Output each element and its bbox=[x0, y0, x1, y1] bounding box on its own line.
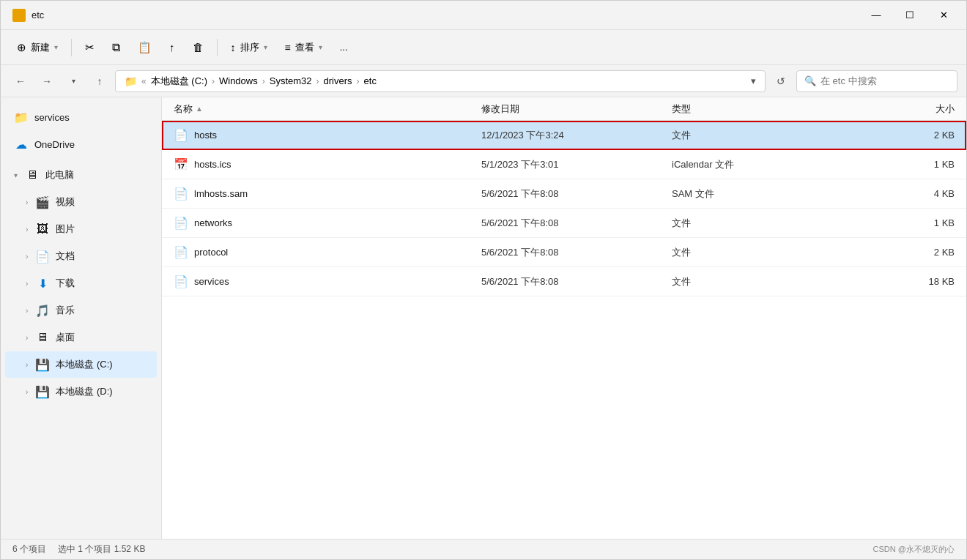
address-path-drivers[interactable]: drivers bbox=[324, 75, 352, 86]
file-name-cell: 📄 lmhosts.sam bbox=[174, 187, 481, 201]
pictures-expand-icon: › bbox=[26, 225, 28, 234]
delete-button[interactable]: 🗑 bbox=[185, 35, 211, 60]
sidebar-item-services[interactable]: 📁 services bbox=[5, 104, 157, 130]
refresh-button[interactable]: ↺ bbox=[770, 70, 792, 92]
main-content: 📁 services ☁ OneDrive ▾ 🖥 此电脑 › 🎬 视频 › 🖼 bbox=[1, 97, 966, 539]
file-row[interactable]: 📄 lmhosts.sam 5/6/2021 下午8:08 SAM 文件 4 K… bbox=[162, 179, 966, 209]
file-name-cell: 📄 services bbox=[174, 275, 481, 288]
view-icon: ≡ bbox=[285, 42, 291, 53]
local-c-icon: 💾 bbox=[35, 358, 50, 372]
back-button[interactable]: ← bbox=[10, 70, 32, 92]
copy-icon: ⧉ bbox=[112, 41, 120, 54]
sidebar-label-videos: 视频 bbox=[56, 195, 75, 209]
address-bar: ← → ▾ ↑ 📁 « 本地磁盘 (C:) › Windows › System… bbox=[1, 65, 966, 97]
file-name: hosts bbox=[194, 130, 217, 141]
address-input[interactable]: 📁 « 本地磁盘 (C:) › Windows › System32 › dri… bbox=[115, 70, 766, 92]
sidebar-item-documents[interactable]: › 📄 文档 bbox=[5, 243, 157, 269]
file-icon: 📄 bbox=[174, 275, 188, 288]
file-row[interactable]: 📄 networks 5/6/2021 下午8:08 文件 1 KB bbox=[162, 209, 966, 238]
file-icon: 📄 bbox=[174, 128, 188, 142]
address-path-windows[interactable]: Windows bbox=[219, 75, 258, 86]
header-date-label: 修改日期 bbox=[481, 103, 519, 114]
file-name: lmhosts.sam bbox=[194, 188, 248, 199]
file-type: iCalendar 文件 bbox=[672, 158, 818, 171]
close-button[interactable]: ✕ bbox=[927, 4, 960, 27]
sidebar-item-pictures[interactable]: › 🖼 图片 bbox=[5, 216, 157, 242]
file-row[interactable]: 📄 protocol 5/6/2021 下午8:08 文件 2 KB bbox=[162, 238, 966, 267]
address-path-c[interactable]: 本地磁盘 (C:) bbox=[151, 75, 207, 88]
sort-button[interactable]: ↕ 排序 ▾ bbox=[223, 35, 275, 60]
minimize-button[interactable]: — bbox=[859, 4, 893, 27]
sidebar-label-desktop: 桌面 bbox=[56, 331, 75, 344]
more-button[interactable]: ... bbox=[333, 35, 355, 60]
sort-chevron-icon: ▾ bbox=[264, 43, 267, 51]
music-icon: 🎵 bbox=[35, 304, 50, 318]
forward-button[interactable]: → bbox=[36, 70, 58, 92]
cut-button[interactable]: ✂ bbox=[78, 35, 102, 60]
sidebar-item-this-pc[interactable]: ▾ 🖥 此电脑 bbox=[5, 162, 157, 188]
new-icon: ⊕ bbox=[17, 41, 26, 54]
selected-info: 选中 1 个项目 1.52 KB bbox=[58, 543, 145, 556]
downloads-icon: ⬇ bbox=[35, 277, 50, 291]
file-name-cell: 📄 protocol bbox=[174, 245, 481, 259]
file-row[interactable]: 📄 hosts 12/1/2023 下午3:24 文件 2 KB bbox=[162, 121, 966, 150]
up-button[interactable]: ↑ bbox=[89, 70, 111, 92]
view-chevron-icon: ▾ bbox=[319, 43, 322, 51]
address-sep-4: › bbox=[357, 76, 360, 86]
desktop-icon: 🖥 bbox=[35, 331, 50, 344]
sidebar-item-onedrive[interactable]: ☁ OneDrive bbox=[5, 131, 157, 157]
header-name[interactable]: 名称 ▲ bbox=[174, 102, 481, 116]
header-date[interactable]: 修改日期 bbox=[481, 102, 672, 116]
services-folder-icon: 📁 bbox=[14, 111, 29, 124]
address-path-etc[interactable]: etc bbox=[364, 75, 377, 86]
file-row[interactable]: 📄 services 5/6/2021 下午8:08 文件 18 KB bbox=[162, 267, 966, 296]
recent-locations-button[interactable]: ▾ bbox=[62, 70, 84, 92]
sidebar-item-desktop[interactable]: › 🖥 桌面 bbox=[5, 324, 157, 351]
file-size: 2 KB bbox=[818, 130, 955, 141]
sidebar-item-music[interactable]: › 🎵 音乐 bbox=[5, 297, 157, 324]
file-type: SAM 文件 bbox=[672, 187, 818, 201]
local-d-icon: 💾 bbox=[35, 385, 50, 399]
file-explorer-window: etc — ☐ ✕ ⊕ 新建 ▾ ✂ ⧉ 📋 ↑ 🗑 bbox=[0, 0, 967, 560]
file-date: 12/1/2023 下午3:24 bbox=[481, 129, 672, 142]
search-icon: 🔍 bbox=[804, 75, 816, 86]
view-label: 查看 bbox=[295, 41, 314, 54]
paste-button[interactable]: 📋 bbox=[130, 35, 159, 60]
file-name-cell: 📅 hosts.ics bbox=[174, 157, 481, 171]
sidebar-label-onedrive: OneDrive bbox=[34, 139, 75, 150]
header-size[interactable]: 大小 bbox=[818, 102, 955, 116]
music-expand-icon: › bbox=[26, 307, 28, 315]
maximize-button[interactable]: ☐ bbox=[893, 4, 927, 27]
copy-button[interactable]: ⧉ bbox=[105, 35, 127, 60]
file-date: 5/1/2023 下午3:01 bbox=[481, 158, 672, 171]
file-date: 5/6/2021 下午8:08 bbox=[481, 246, 672, 259]
file-date: 5/6/2021 下午8:08 bbox=[481, 187, 672, 201]
share-button[interactable]: ↑ bbox=[162, 35, 182, 60]
file-icon: 📄 bbox=[174, 187, 188, 201]
sidebar-label-music: 音乐 bbox=[56, 304, 75, 317]
paste-icon: 📋 bbox=[138, 41, 152, 54]
toolbar-separator-1 bbox=[71, 39, 72, 56]
sidebar-item-videos[interactable]: › 🎬 视频 bbox=[5, 189, 157, 215]
sidebar-item-local-d[interactable]: › 💾 本地磁盘 (D:) bbox=[5, 378, 157, 405]
file-type: 文件 bbox=[672, 129, 818, 142]
sidebar-item-downloads[interactable]: › ⬇ 下载 bbox=[5, 270, 157, 296]
view-button[interactable]: ≡ 查看 ▾ bbox=[278, 35, 330, 60]
file-size: 2 KB bbox=[818, 247, 955, 258]
address-folder-icon: 📁 bbox=[125, 75, 137, 87]
file-name: protocol bbox=[194, 247, 228, 258]
file-name: hosts.ics bbox=[194, 159, 231, 170]
desktop-expand-icon: › bbox=[26, 334, 28, 342]
search-input[interactable] bbox=[820, 75, 949, 86]
new-button[interactable]: ⊕ 新建 ▾ bbox=[10, 35, 65, 60]
search-box[interactable]: 🔍 bbox=[796, 70, 957, 92]
sidebar-item-local-c[interactable]: › 💾 本地磁盘 (C:) bbox=[5, 351, 157, 378]
file-row[interactable]: 📅 hosts.ics 5/1/2023 下午3:01 iCalendar 文件… bbox=[162, 150, 966, 179]
toolbar: ⊕ 新建 ▾ ✂ ⧉ 📋 ↑ 🗑 ↕ 排序 ▾ ≡ 查看 ▾ bbox=[1, 30, 966, 65]
header-type[interactable]: 类型 bbox=[672, 102, 818, 116]
file-icon: 📄 bbox=[174, 245, 188, 259]
local-c-expand-icon: › bbox=[26, 361, 28, 369]
file-size: 1 KB bbox=[818, 217, 955, 228]
this-pc-icon: 🖥 bbox=[25, 168, 40, 182]
address-path-system32[interactable]: System32 bbox=[270, 75, 312, 86]
